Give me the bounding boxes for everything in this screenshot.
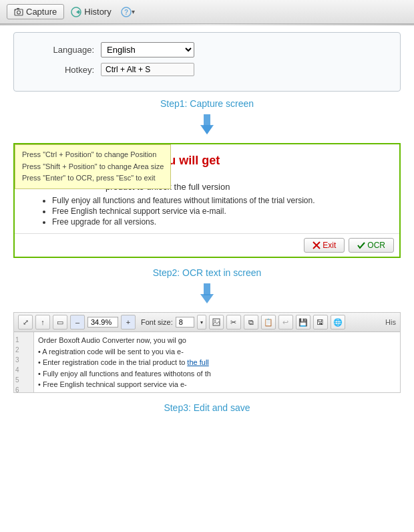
action-bar: Exit OCR [15, 233, 399, 257]
exit-button[interactable]: Exit [304, 238, 345, 253]
svg-point-16 [214, 320, 216, 322]
language-select[interactable]: English Chinese French German Spanish [101, 42, 194, 57]
text-line-6: • Free upgrade for all versions. [38, 390, 396, 393]
history-icon [71, 7, 81, 17]
svg-rect-3 [15, 9, 16, 11]
camera-icon [14, 7, 23, 17]
text-line-3: • Enter registration code in the trial p… [38, 357, 396, 368]
exit-label: Exit [323, 241, 336, 250]
move-btn[interactable]: ⤢ [18, 315, 33, 329]
tooltip-box: Press "Ctrl + Position" to change Positi… [15, 144, 171, 189]
undo-btn[interactable]: ↩ [278, 315, 293, 329]
zoom-box [87, 317, 118, 327]
language-row: Language: English Chinese French German … [34, 42, 380, 57]
svg-point-1 [17, 11, 21, 14]
editor-body: 123456 Order Boxoft Audio Converter now,… [14, 332, 400, 392]
text-line-2: • A registration code will be sent to yo… [38, 346, 396, 358]
toolbar-separator [0, 24, 414, 25]
capture-button[interactable]: Capture [7, 4, 64, 19]
highlight-text: the full [187, 358, 208, 366]
hotkey-input[interactable] [101, 63, 194, 76]
text-line-4: • Fully enjoy all functions and features… [38, 368, 396, 380]
toolbar: Capture History ? ▾ [0, 0, 414, 24]
svg-rect-9 [204, 114, 210, 126]
history-button[interactable]: History [67, 5, 115, 19]
ocr-bullets: Fully enjoy all functions and features w… [25, 196, 389, 227]
svg-marker-10 [200, 125, 214, 134]
hotkey-row: Hotkey: [34, 63, 380, 76]
bullet-3: Free upgrade for all versions. [52, 217, 389, 227]
copy-btn[interactable]: ⧉ [244, 315, 258, 329]
zoom-out-btn[interactable]: – [70, 315, 85, 329]
history-label: History [84, 7, 111, 17]
step2-label: Step2: OCR text in screen [0, 267, 414, 278]
zoom-in-btn[interactable]: + [121, 315, 136, 329]
editor-text[interactable]: Order Boxoft Audio Converter now, you wi… [34, 332, 400, 392]
svg-text:?: ? [124, 9, 128, 16]
dropdown-arrow: ▾ [132, 8, 135, 15]
image-btn[interactable] [209, 315, 224, 329]
editor-toolbar: ⤢ ↑ ▭ – + Font size: ▾ ✂ ⧉ 📋 [14, 313, 400, 332]
help-button[interactable]: ? ▾ [118, 5, 138, 19]
text-line-5: • Free English technical support service… [38, 379, 396, 390]
page-btn[interactable]: ▭ [53, 315, 67, 329]
step1-label: Step1: Capture screen [0, 98, 414, 109]
hotkey-label: Hotkey: [34, 65, 101, 75]
font-dropdown-btn[interactable]: ▾ [197, 315, 206, 329]
capture-area: Press "Ctrl + Position" to change Positi… [13, 143, 401, 258]
paste-btn[interactable]: 📋 [261, 315, 276, 329]
cut-btn[interactable]: ✂ [226, 315, 241, 329]
his-label: His [385, 318, 396, 326]
image-icon [212, 318, 220, 326]
web-btn[interactable]: 🌐 [331, 315, 345, 329]
check-icon [357, 241, 365, 249]
step1-arrow [0, 112, 414, 138]
step2-arrow [0, 281, 414, 307]
capture-label: Capture [26, 7, 57, 17]
svg-marker-5 [76, 10, 80, 14]
font-size-label: Font size: [141, 318, 173, 326]
step3-label: Step3: Edit and save [0, 402, 414, 413]
text-line-1: Order Boxoft Audio Converter now, you wi… [38, 335, 396, 346]
svg-rect-2 [17, 8, 19, 9]
save-as-btn[interactable]: 🖫 [313, 315, 328, 329]
up-btn[interactable]: ↑ [35, 315, 50, 329]
save-btn[interactable]: 💾 [296, 315, 310, 329]
ocr-label: OCR [367, 241, 385, 250]
exit-icon [313, 241, 321, 249]
help-icon: ? [121, 7, 132, 17]
editor-area: ⤢ ↑ ▭ – + Font size: ▾ ✂ ⧉ 📋 [13, 312, 401, 393]
tooltip-line1: Press "Ctrl + Position" to change Positi… [22, 149, 164, 161]
zoom-input[interactable] [87, 317, 118, 327]
svg-rect-13 [204, 283, 210, 295]
ocr-button[interactable]: OCR [349, 238, 394, 253]
font-input[interactable] [176, 317, 194, 327]
settings-panel: Language: English Chinese French German … [13, 32, 401, 92]
svg-marker-14 [200, 294, 214, 303]
editor-gutter: 123456 [14, 332, 34, 392]
tooltip-line2: Press "Shift + Position" to change Area … [22, 161, 164, 173]
language-label: Language: [34, 45, 101, 55]
tooltip-line3: Press "Enter" to OCR, press "Esc" to exi… [22, 172, 164, 184]
bullet-1: Fully enjoy all functions and features w… [52, 196, 389, 205]
bullet-2: Free English technical support service v… [52, 207, 389, 216]
